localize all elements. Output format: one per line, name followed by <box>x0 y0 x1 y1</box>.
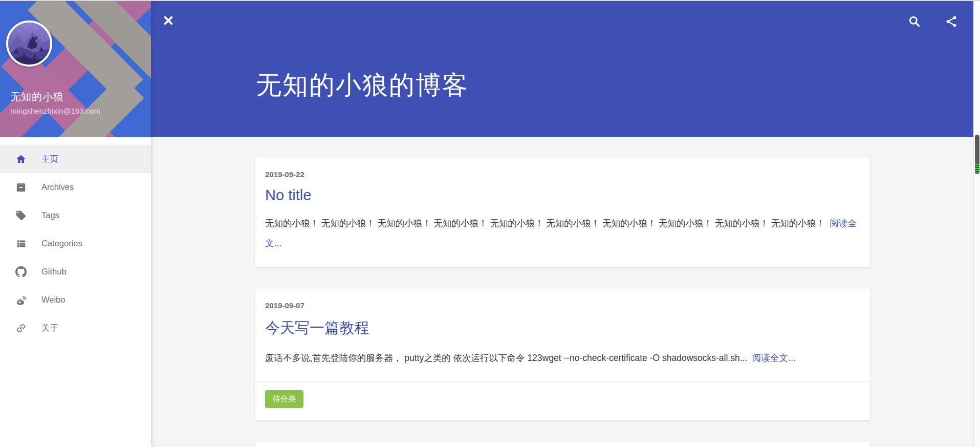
post-excerpt: 无知的小狼！ 无知的小狼！ 无知的小狼！ 无知的小狼！ 无知的小狼！ 无知的小狼… <box>265 214 860 253</box>
sidebar-menu-item[interactable]: Categories <box>0 229 151 258</box>
sidebar-menu-label: Github <box>41 267 67 276</box>
sidebar: 无知的小狼 mingshenzhixin@163.com 主页 Archives… <box>0 0 151 447</box>
post-card <box>255 442 870 447</box>
close-icon[interactable] <box>163 15 174 26</box>
sidebar-menu-item[interactable]: Weibo <box>0 286 151 314</box>
sidebar-menu-label: Weibo <box>41 295 65 305</box>
window-top-border <box>0 0 980 1</box>
post-title[interactable]: No title <box>265 187 860 204</box>
sidebar-menu-label: 关于 <box>41 323 58 334</box>
post-card: 2019-09-22 No title 无知的小狼！ 无知的小狼！ 无知的小狼！… <box>255 157 870 267</box>
scrollbar-green-marker <box>975 164 979 173</box>
profile-email: mingshenzhixin@163.com <box>10 107 100 115</box>
github-icon <box>15 266 27 278</box>
post-title[interactable]: 今天写一篇教程 <box>265 318 860 338</box>
sidebar-menu-label: Tags <box>41 210 59 220</box>
blog-title: 无知的小狼的博客 <box>256 68 469 102</box>
home-icon <box>15 154 27 165</box>
sidebar-menu-label: Archives <box>41 182 74 192</box>
read-more-link[interactable]: 阅读全文... <box>752 353 796 363</box>
tag-icon <box>15 210 27 221</box>
search-icon[interactable] <box>908 15 921 28</box>
archive-icon <box>15 182 27 193</box>
post-tag-footer: 待分类 <box>255 381 870 420</box>
weibo-icon <box>15 294 27 306</box>
profile-header: 无知的小狼 mingshenzhixin@163.com <box>0 0 151 137</box>
blog-header-banner: 无知的小狼的博客 <box>151 0 980 137</box>
sidebar-menu-item[interactable]: 关于 <box>0 314 151 342</box>
categories-icon <box>15 238 27 249</box>
scrollbar-track[interactable] <box>973 0 980 447</box>
post-list: 2019-09-22 No title 无知的小狼！ 无知的小狼！ 无知的小狼！… <box>151 137 980 447</box>
post-card-body: 2019-09-22 No title 无知的小狼！ 无知的小狼！ 无知的小狼！… <box>255 157 870 267</box>
post-card-body <box>255 442 870 447</box>
share-icon[interactable] <box>945 15 958 28</box>
post-card-body: 2019-09-07 今天写一篇教程 废话不多说,首先登陆你的服务器， putt… <box>255 288 870 381</box>
wolf-avatar-image <box>8 23 50 65</box>
post-excerpt-text: 无知的小狼！ 无知的小狼！ 无知的小狼！ 无知的小狼！ 无知的小狼！ 无知的小狼… <box>265 218 825 228</box>
profile-name: 无知的小狼 <box>10 90 64 104</box>
sidebar-menu-label: Categories <box>41 239 82 248</box>
post-excerpt: 废话不多说,首先登陆你的服务器， putty之类的 依次运行以下命令 123wg… <box>265 348 860 368</box>
sidebar-menu-item[interactable]: Github <box>0 258 151 286</box>
sidebar-menu: 主页 Archives Tags Categories Github Weibo… <box>0 145 151 342</box>
sidebar-menu-item[interactable]: Tags <box>0 201 151 229</box>
tag-chip[interactable]: 待分类 <box>265 390 303 408</box>
post-date: 2019-09-22 <box>265 170 860 179</box>
sidebar-menu-item[interactable]: 主页 <box>0 145 151 173</box>
sidebar-menu-item[interactable]: Archives <box>0 173 151 201</box>
avatar[interactable] <box>6 20 52 67</box>
post-date: 2019-09-07 <box>265 301 860 310</box>
post-card: 2019-09-07 今天写一篇教程 废话不多说,首先登陆你的服务器， putt… <box>255 288 870 420</box>
link-icon <box>15 323 27 334</box>
sidebar-menu-label: 主页 <box>41 154 58 165</box>
post-excerpt-text: 废话不多说,首先登陆你的服务器， putty之类的 依次运行以下命令 123wg… <box>265 353 747 363</box>
